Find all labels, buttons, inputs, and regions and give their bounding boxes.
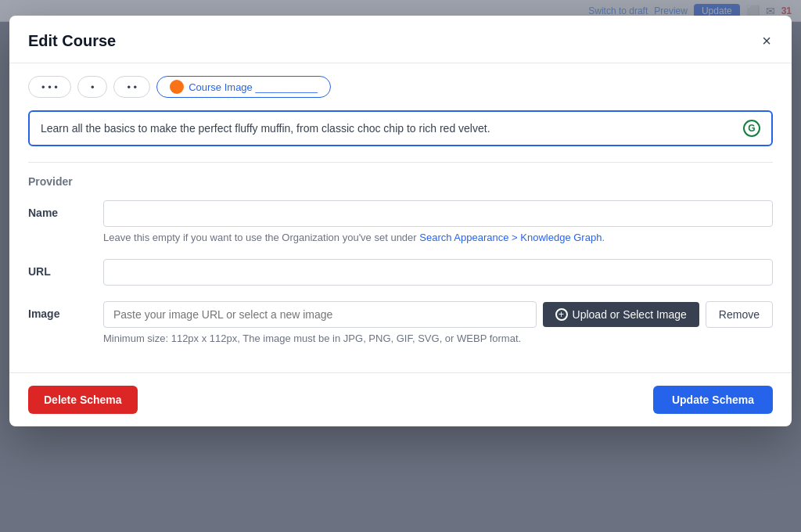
image-label: Image [28, 301, 91, 320]
name-input[interactable] [103, 200, 773, 227]
edit-course-modal: Edit Course × • • • • • • Course Image _… [9, 16, 792, 426]
description-text: Learn all the basics to make the perfect… [41, 122, 743, 135]
remove-image-button[interactable]: Remove [706, 301, 773, 328]
image-format-note: Minimum size: 112px x 112px, The image m… [103, 332, 773, 344]
url-input[interactable] [103, 259, 773, 286]
url-field-row: URL [28, 259, 773, 286]
provider-section-title: Provider [28, 175, 773, 188]
modal-header: Edit Course × [9, 16, 792, 63]
image-field-content: + Upload or Select Image Remove Minimum … [103, 301, 773, 344]
tab-3[interactable]: • • [113, 76, 150, 98]
tab-course-image[interactable]: Course Image ___________ [156, 76, 331, 98]
url-field-content [103, 259, 773, 286]
modal-footer: Delete Schema Update Schema [9, 372, 792, 426]
update-schema-button[interactable]: Update Schema [653, 386, 773, 414]
knowledge-graph-link[interactable]: Search Appearance > Knowledge Graph [419, 232, 602, 243]
description-field-row: Learn all the basics to make the perfect… [28, 110, 773, 146]
upload-select-image-button[interactable]: + Upload or Select Image [543, 302, 699, 327]
grammarly-icon: G [743, 120, 760, 137]
name-field-row: Name Leave this empty if you want to use… [28, 200, 773, 243]
name-field-content: Leave this empty if you want to use the … [103, 200, 773, 243]
modal-title: Edit Course [28, 32, 116, 50]
delete-schema-button[interactable]: Delete Schema [28, 386, 138, 414]
course-image-tab-icon [170, 80, 184, 94]
modal-body: • • • • • • Course Image ___________ Lea… [9, 63, 792, 372]
name-help-text: Leave this empty if you want to use the … [103, 232, 773, 243]
image-controls-row: + Upload or Select Image Remove [103, 301, 773, 328]
section-divider [28, 162, 773, 163]
tab-1[interactable]: • • • [28, 76, 71, 98]
name-label: Name [28, 200, 91, 219]
close-button[interactable]: × [760, 31, 773, 50]
upload-plus-icon: + [555, 308, 568, 321]
name-help-suffix: . [602, 232, 605, 243]
tab-course-image-label: Course Image ___________ [189, 81, 318, 93]
url-label: URL [28, 259, 91, 278]
upload-button-label: Upload or Select Image [573, 308, 687, 321]
image-url-input[interactable] [103, 301, 537, 328]
tab-2[interactable]: • [77, 76, 108, 98]
tabs-row: • • • • • • Course Image ___________ [28, 76, 773, 98]
name-help-prefix: Leave this empty if you want to use the … [103, 232, 419, 243]
image-field-row: Image + Upload or Select Image Remove Mi… [28, 301, 773, 344]
